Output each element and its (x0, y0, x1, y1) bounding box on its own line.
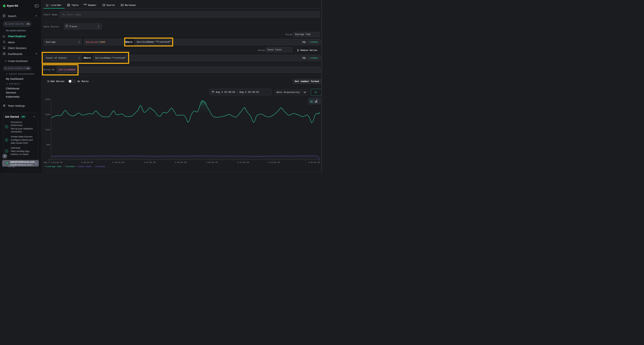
svg-text:3:38:00 PM: 3:38:00 PM (81, 161, 93, 164)
svg-text:4:06:00 PM: 4:06:00 PM (206, 161, 218, 164)
svg-text:240K: 240K (45, 113, 50, 116)
svg-text:4:13:00 PM: 4:13:00 PM (237, 161, 249, 164)
svg-text:Aug 4 3:30:00 PM: Aug 4 3:30:00 PM (44, 161, 62, 164)
svg-text:frontend: frontend (95, 166, 105, 168)
svg-text:frontend: frontend (65, 166, 74, 168)
svg-text:0: 0 (49, 159, 50, 161)
svg-text:Event Count: Event Count (79, 166, 92, 168)
svg-text:4:30:00 PM: 4:30:00 PM (308, 161, 320, 164)
svg-text:160K: 160K (45, 129, 50, 131)
svg-text:4:20:00 PM: 4:20:00 PM (268, 161, 280, 164)
svg-text:320K: 320K (45, 98, 50, 100)
svg-text:·: · (94, 166, 95, 168)
svg-text:80K: 80K (46, 144, 50, 146)
svg-text:3:45:00 PM: 3:45:00 PM (112, 161, 124, 164)
svg-text:·: · (63, 166, 64, 168)
svg-text:3:59:00 PM: 3:59:00 PM (175, 161, 186, 164)
svg-text:3:52:00 PM: 3:52:00 PM (144, 161, 156, 164)
svg-text:Average Time: Average Time (47, 166, 61, 168)
